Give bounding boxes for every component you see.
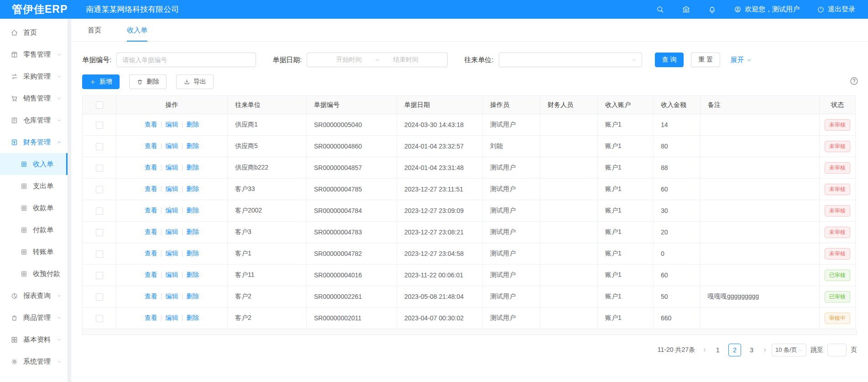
delete-link[interactable]: 删除 [186, 185, 199, 192]
page-number-2[interactable]: 2 [728, 344, 741, 356]
row-select-cell [83, 200, 116, 222]
row-checkbox[interactable] [96, 250, 103, 258]
page-number-3[interactable]: 3 [745, 344, 758, 356]
edit-link[interactable]: 编辑 [166, 164, 178, 171]
sidebar-item-prepay[interactable]: 收预付款 [0, 263, 68, 285]
income-table: 操作往来单位单据编号单据日期操作员财务人员收入账户收入金额备注状态 查看|编辑|… [82, 96, 856, 329]
delete-link[interactable]: 删除 [186, 121, 199, 128]
edit-link[interactable]: 编辑 [166, 271, 178, 278]
tab-home[interactable]: 首页 [88, 19, 101, 42]
edit-link[interactable]: 编辑 [166, 185, 178, 192]
view-link[interactable]: 查看 [145, 228, 157, 235]
prev-page-icon[interactable] [702, 347, 707, 353]
sidebar-item-expense[interactable]: 支出单 [0, 175, 68, 197]
row-checkbox[interactable] [96, 143, 103, 150]
delete-link[interactable]: 删除 [186, 228, 199, 235]
bank-icon[interactable] [682, 5, 690, 14]
sidebar-item-payment[interactable]: 付款单 [0, 219, 68, 241]
search-icon[interactable] [656, 5, 664, 14]
sidebar-item-warehouse[interactable]: 仓库管理 [0, 109, 68, 131]
delete-link[interactable]: 删除 [186, 271, 199, 278]
edit-link[interactable]: 编辑 [166, 228, 178, 235]
next-page-icon[interactable] [762, 347, 768, 353]
sidebar-item-basic[interactable]: 基本资料 [0, 329, 68, 350]
topbar: 管伊佳ERP 南通某某网络科技有限公司 欢迎您，测试用户 退出登录 [0, 0, 868, 19]
delete-link[interactable]: 删除 [186, 207, 199, 214]
edit-link[interactable]: 编辑 [166, 121, 178, 128]
logout-button[interactable]: 退出登录 [817, 5, 855, 14]
delete-link[interactable]: 删除 [186, 142, 199, 149]
row-checkbox[interactable] [96, 315, 103, 322]
welcome-user[interactable]: 欢迎您，测试用户 [734, 5, 800, 14]
jump-input[interactable] [827, 344, 847, 356]
row-checkbox[interactable] [96, 272, 103, 279]
chevron-down-icon [57, 293, 62, 298]
sidebar-item-purchase[interactable]: 采购管理 [0, 65, 68, 87]
sidebar-item-receipt[interactable]: 收款单 [0, 197, 68, 219]
row-checkbox[interactable] [96, 293, 103, 301]
date-range-picker[interactable]: 开始时间 ~ 结束时间 [307, 53, 448, 67]
row-checkbox[interactable] [96, 207, 103, 215]
delete-link[interactable]: 删除 [186, 292, 199, 300]
status-badge: 未审核 [825, 162, 850, 174]
sidebar-item-retail[interactable]: 零售管理 [0, 43, 68, 65]
row-select-cell [83, 157, 116, 179]
bell-icon[interactable] [708, 5, 716, 14]
sidebar-item-system[interactable]: 系统管理 [0, 350, 68, 372]
partner-label: 往来单位: [464, 56, 493, 64]
help-icon[interactable] [849, 76, 859, 86]
select-all-checkbox[interactable] [96, 101, 103, 109]
sidebar-item-report[interactable]: 报表查询 [0, 285, 68, 307]
sidebar-item-income[interactable]: 收入单 [0, 153, 68, 175]
sidebar-item-product[interactable]: 商品管理 [0, 307, 68, 329]
cell-status: 未审核 [820, 136, 856, 157]
delete-link[interactable]: 删除 [186, 314, 199, 321]
row-checkbox[interactable] [96, 186, 103, 193]
add-button[interactable]: 新增 [82, 74, 120, 89]
edit-link[interactable]: 编辑 [166, 207, 178, 214]
page-number-1[interactable]: 1 [711, 344, 724, 356]
view-link[interactable]: 查看 [145, 207, 157, 214]
view-link[interactable]: 查看 [145, 292, 157, 300]
view-link[interactable]: 查看 [145, 142, 157, 149]
view-link[interactable]: 查看 [145, 271, 157, 278]
view-link[interactable]: 查看 [145, 249, 157, 257]
export-button[interactable]: 导出 [176, 74, 214, 89]
bill-no-input[interactable] [116, 53, 256, 67]
edit-link[interactable]: 编辑 [166, 249, 178, 257]
view-link[interactable]: 查看 [145, 121, 157, 128]
view-link[interactable]: 查看 [145, 314, 157, 321]
delete-link[interactable]: 删除 [186, 164, 199, 171]
partner-select[interactable] [499, 53, 642, 67]
delete-link[interactable]: 删除 [186, 249, 199, 257]
sidebar-item-sales[interactable]: 销售管理 [0, 87, 68, 109]
doc-icon [20, 204, 28, 212]
table-row: 查看|编辑|删除客户2SR000000020112023-04-07 00:30… [83, 308, 856, 329]
tab-income[interactable]: 收入单 [127, 19, 147, 42]
search-button[interactable]: 查 询 [655, 53, 684, 67]
view-link[interactable]: 查看 [145, 185, 157, 192]
edit-link[interactable]: 编辑 [166, 142, 178, 149]
row-checkbox[interactable] [96, 164, 103, 172]
doc-icon [20, 182, 28, 190]
sidebar-item-finance[interactable]: 财务管理 [0, 131, 68, 153]
expand-link[interactable]: 展开 [730, 56, 752, 64]
row-select-cell [83, 136, 116, 157]
table-scrollbar-track[interactable] [82, 329, 857, 335]
cell-remark [701, 114, 820, 136]
edit-link[interactable]: 编辑 [166, 292, 178, 300]
sidebar-item-transfer[interactable]: 转账单 [0, 241, 68, 263]
edit-link[interactable]: 编辑 [166, 314, 178, 321]
cell-date: 2023-05-08 21:48:04 [397, 286, 483, 308]
sidebar-item-home[interactable]: 首页 [0, 21, 68, 43]
delete-button[interactable]: 删除 [129, 74, 167, 89]
row-checkbox[interactable] [96, 122, 103, 129]
warehouse-icon [10, 117, 18, 124]
view-link[interactable]: 查看 [145, 164, 157, 171]
row-actions-cell: 查看|编辑|删除 [116, 157, 228, 179]
page-size-select[interactable]: 10 条/页 [772, 344, 806, 356]
reset-button[interactable]: 重 置 [691, 53, 720, 67]
chevron-down-icon [746, 57, 752, 63]
cell-remark: 嘎嘎嘎ggggggggg [701, 286, 820, 308]
row-checkbox[interactable] [96, 229, 103, 236]
